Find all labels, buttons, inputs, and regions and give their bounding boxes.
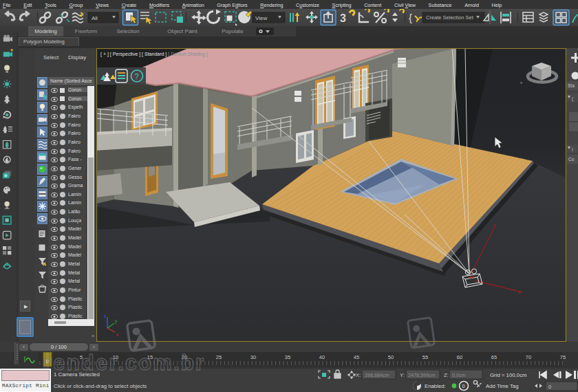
svg-text:{: { (409, 12, 412, 23)
svg-text:Sta: Sta (568, 83, 575, 88)
svg-text:0: 0 (462, 383, 465, 389)
svg-text:70: 70 (526, 354, 531, 360)
svg-text:30: 30 (250, 354, 256, 360)
svg-text:288,684cm: 288,684cm (365, 372, 389, 378)
svg-text:[ + ] [ Perspective ] [ Standa: [ + ] [ Perspective ] [ Standard ] [ Def… (100, 52, 208, 57)
svg-text:55: 55 (422, 354, 428, 360)
svg-text:Grid = 100,0cm: Grid = 100,0cm (490, 372, 527, 378)
svg-text:Enabled:: Enabled: (425, 383, 446, 389)
svg-text:40: 40 (319, 354, 325, 360)
svg-text:I: I (572, 147, 573, 152)
svg-text:35: 35 (285, 354, 290, 360)
svg-text:X:: X: (356, 372, 361, 378)
svg-text:15: 15 (147, 354, 153, 360)
svg-text:75: 75 (560, 354, 566, 360)
svg-text:50: 50 (388, 354, 394, 360)
svg-text:Co: Co (568, 157, 575, 162)
svg-text:60: 60 (457, 354, 462, 360)
svg-text:25: 25 (216, 354, 222, 360)
svg-text:View: View (255, 15, 267, 21)
svg-text:2478,599cm: 2478,599cm (408, 372, 436, 378)
svg-text:0: 0 (548, 384, 551, 390)
svg-text:Z:: Z: (444, 372, 449, 378)
svg-text:?: ? (135, 72, 139, 80)
svg-text:45: 45 (354, 354, 359, 360)
svg-text:5: 5 (80, 354, 83, 360)
svg-text:0,0cm: 0,0cm (452, 372, 466, 378)
svg-text:20: 20 (182, 354, 187, 360)
svg-text:Create Selection Set: Create Selection Set (426, 14, 474, 21)
svg-text:65: 65 (491, 354, 497, 360)
svg-text:0: 0 (46, 358, 49, 364)
svg-text:Y:: Y: (400, 372, 405, 378)
svg-text:All: All (92, 15, 98, 21)
svg-text:Add Time Tag: Add Time Tag (486, 383, 519, 389)
svg-text:z: z (104, 314, 106, 318)
svg-text:10: 10 (113, 354, 118, 360)
svg-text:3: 3 (340, 12, 346, 24)
svg-text:s: s (520, 80, 522, 85)
